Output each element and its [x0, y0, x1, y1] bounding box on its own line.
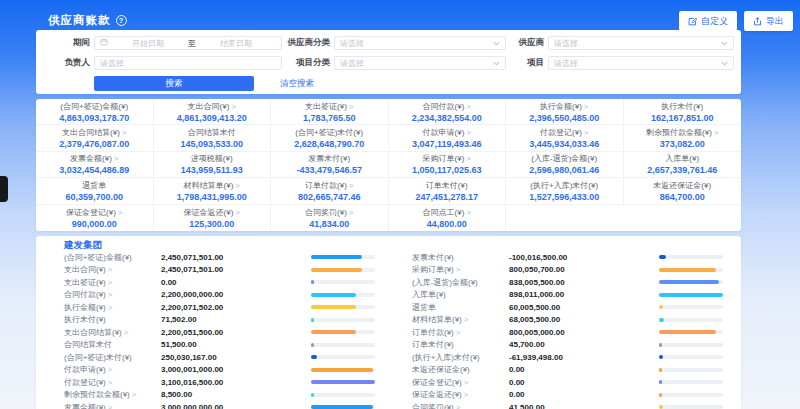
stat-arrow-icon[interactable]: >	[235, 208, 240, 217]
supplier-category-select[interactable]: 请选择	[334, 36, 506, 50]
stat-value[interactable]: 2,657,339,761.46	[647, 165, 717, 175]
row-arrow-icon[interactable]: >	[464, 378, 469, 387]
stat-value[interactable]: 3,032,454,486.89	[59, 165, 129, 175]
stat-value[interactable]: 802,665,747.46	[298, 192, 361, 202]
stat-value[interactable]: 60,359,700.00	[65, 192, 123, 202]
stat-value[interactable]: 1,050,117,025.63	[412, 165, 482, 175]
row-arrow-icon[interactable]: >	[456, 265, 461, 274]
filter-panel: 期间 开始日期 至 结束日期 供应商分类 请选择 供应商 请选择 负责人 请选	[36, 30, 741, 94]
row-arrow-icon[interactable]: >	[464, 390, 469, 399]
supplier-select[interactable]: 请选择	[548, 36, 734, 50]
row-value: 0.00	[161, 278, 311, 287]
row-arrow-icon[interactable]: >	[108, 303, 113, 312]
stat-arrow-icon[interactable]: >	[466, 154, 471, 163]
stat-arrow-icon[interactable]: >	[714, 128, 719, 137]
stat-value[interactable]: 3,047,119,493.46	[412, 139, 482, 149]
row-arrow-icon[interactable]: >	[124, 328, 129, 337]
stat-label: 付款登记(¥)>	[540, 127, 588, 138]
owner-select[interactable]: 请选择	[94, 56, 282, 70]
stat-value[interactable]: 1,798,431,995.00	[177, 192, 247, 202]
stat-cell: 执行未付(¥) 162,167,851.00	[624, 99, 742, 125]
customize-button[interactable]: 自定义	[679, 11, 737, 31]
row-bar-fill	[659, 268, 716, 272]
row-arrow-icon[interactable]: >	[108, 365, 113, 374]
chevron-down-icon	[493, 39, 500, 48]
stat-value[interactable]: 3,445,934,033.46	[529, 139, 599, 149]
stat-value[interactable]: 2,396,550,485.00	[529, 113, 599, 123]
group-row: 保证金登记(¥)> 0.00	[412, 376, 723, 389]
row-arrow-icon[interactable]: >	[108, 290, 113, 299]
row-bar-fill	[311, 330, 356, 334]
export-icon	[753, 17, 762, 26]
row-arrow-icon[interactable]: >	[456, 403, 461, 409]
row-bar-fill	[659, 393, 662, 397]
stat-arrow-icon[interactable]: >	[231, 102, 236, 111]
stat-value[interactable]: 1,783,765.50	[303, 113, 356, 123]
row-value: 3,000,000,000.00	[161, 403, 311, 409]
row-arrow-icon[interactable]: >	[456, 328, 461, 337]
stat-arrow-icon[interactable]: >	[118, 208, 123, 217]
stat-value[interactable]: 990,000.00	[72, 219, 117, 229]
period-date-range-input[interactable]: 开始日期 至 结束日期	[94, 36, 282, 50]
stat-value[interactable]: 44,800.00	[427, 219, 467, 229]
stat-value[interactable]: 125,300.00	[189, 219, 234, 229]
row-label: 订单付款(¥)>	[412, 327, 509, 338]
stat-value[interactable]: 1,527,596,433.00	[529, 192, 599, 202]
stat-arrow-icon[interactable]: >	[122, 128, 127, 137]
drawer-handle[interactable]	[0, 176, 8, 202]
row-arrow-icon[interactable]: >	[108, 378, 113, 387]
stat-cell: (合同+签证)金额(¥) 4,863,093,178.70	[36, 99, 154, 125]
stat-arrow-icon[interactable]: >	[235, 181, 240, 190]
row-bar	[311, 330, 375, 334]
stat-arrow-icon[interactable]: >	[349, 208, 354, 217]
stat-arrow-icon[interactable]: >	[349, 102, 354, 111]
stat-value[interactable]: 162,167,851.00	[651, 113, 714, 123]
row-bar	[659, 355, 723, 359]
stat-value[interactable]: 4,863,093,178.70	[59, 113, 129, 123]
row-arrow-icon[interactable]: >	[108, 403, 113, 409]
group-row: 采购订单(¥)> 800,050,700.00	[412, 263, 723, 276]
stat-value[interactable]: 41,834.00	[309, 219, 349, 229]
project-category-label: 项目分类	[286, 57, 330, 69]
stat-value[interactable]: 145,093,533.00	[180, 139, 243, 149]
group-name-link[interactable]: 建发集团	[64, 239, 723, 250]
stat-value[interactable]: 2,628,648,790.70	[294, 139, 364, 149]
stat-cell: 执行金额(¥)> 2,396,550,485.00	[506, 99, 624, 125]
project-select[interactable]: 请选择	[548, 56, 734, 70]
row-bar	[659, 380, 723, 384]
project-category-select[interactable]: 请选择	[334, 56, 506, 70]
row-bar	[311, 305, 375, 309]
clear-search-link[interactable]: 清空搜索	[280, 78, 314, 90]
stat-cell: 进项税额(¥) 143,959,511.93	[154, 152, 272, 178]
row-value: 0.00	[509, 378, 659, 387]
row-label: (入库-退货)金额(¥)	[412, 277, 509, 288]
stat-value[interactable]: 4,861,309,413.20	[177, 113, 247, 123]
stat-value[interactable]: 864,700.00	[660, 192, 705, 202]
stat-value[interactable]: 143,959,511.93	[181, 165, 243, 175]
stat-value[interactable]: 2,379,476,087.00	[59, 139, 129, 149]
group-row: (合同+签证)未付(¥) 250,030,167.00	[64, 351, 375, 364]
stat-arrow-icon[interactable]: >	[349, 181, 354, 190]
row-arrow-icon[interactable]: >	[108, 278, 113, 287]
stat-value[interactable]: 2,234,382,554.00	[412, 113, 482, 123]
stat-value[interactable]: -433,479,546.57	[296, 165, 362, 175]
row-arrow-icon[interactable]: >	[108, 265, 113, 274]
row-arrow-icon[interactable]: >	[464, 315, 469, 324]
stat-arrow-icon[interactable]: >	[584, 102, 589, 111]
row-arrow-icon[interactable]: >	[132, 390, 137, 399]
search-button[interactable]: 搜索	[94, 76, 254, 91]
stat-arrow-icon[interactable]: >	[114, 154, 119, 163]
export-button[interactable]: 导出	[744, 11, 793, 31]
group-row: 发票金额(¥)> 3,000,000,000.00	[64, 401, 375, 409]
stat-arrow-icon[interactable]: >	[466, 102, 471, 111]
stat-value[interactable]: 2,596,980,061.46	[529, 165, 599, 175]
row-bar-fill	[311, 268, 362, 272]
stat-arrow-icon[interactable]: >	[466, 208, 471, 217]
stat-arrow-icon[interactable]: >	[584, 128, 589, 137]
stat-value[interactable]: 373,082.00	[660, 139, 705, 149]
help-icon[interactable]: ?	[116, 15, 127, 26]
stat-arrow-icon[interactable]: >	[466, 128, 471, 137]
row-value: 2,200,000,000.00	[161, 290, 311, 299]
row-bar-fill	[659, 355, 663, 359]
stat-value[interactable]: 247,451,278.17	[415, 192, 478, 202]
